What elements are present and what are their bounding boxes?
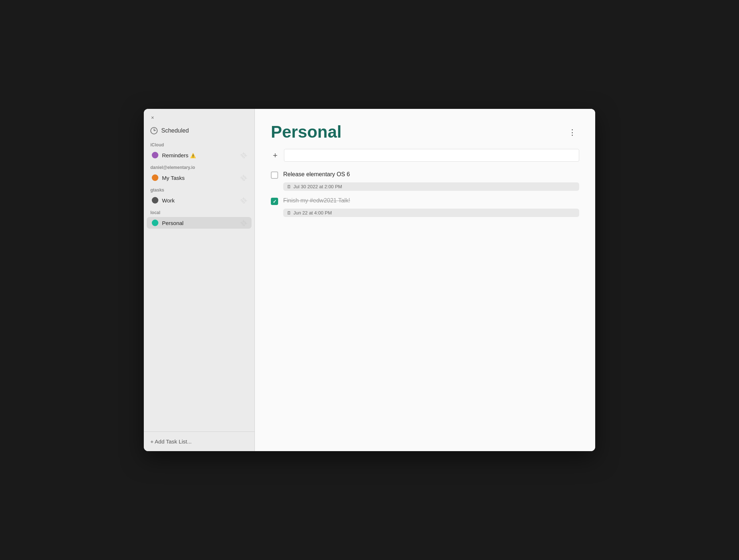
work-dot (152, 197, 158, 204)
section-label-local: local (144, 206, 254, 217)
personal-dot (152, 220, 158, 226)
tasks-area: + Release elementary OS 6🗓Jul 30 2022 at… (255, 149, 595, 451)
reminders-warning-icon: ⚠️ (190, 153, 196, 158)
work-name: Work (162, 197, 241, 204)
calendar-icon: 🗓 (287, 184, 291, 189)
task-row-task2: Finish my #edw2021 Talk! (271, 195, 579, 207)
task-checkbox-task2[interactable] (271, 198, 278, 205)
main-header: Personal ⋮ (255, 109, 595, 149)
add-task-button[interactable]: + (271, 151, 280, 160)
app-window: × Scheduled iCloudReminders⚠️⛓daniel@ele… (144, 109, 595, 451)
sidebar-content: iCloudReminders⚠️⛓daniel@elementary.ioMy… (144, 137, 254, 431)
calendar-icon: 🗓 (287, 210, 291, 216)
sidebar-item-scheduled[interactable]: Scheduled (144, 124, 254, 137)
close-button[interactable]: × (149, 114, 156, 121)
header-actions: ⋮ (565, 122, 579, 139)
reminders-dot (152, 152, 158, 158)
sidebar: × Scheduled iCloudReminders⚠️⛓daniel@ele… (144, 109, 255, 451)
task-date-badge-task1: 🗓Jul 30 2022 at 2:00 PM (283, 182, 579, 191)
task-checkbox-task1[interactable] (271, 171, 278, 179)
add-task-row: + (271, 149, 579, 162)
task-text-task2: Finish my #edw2021 Talk! (283, 197, 579, 204)
sidebar-item-reminders[interactable]: Reminders⚠️⛓ (147, 149, 252, 161)
task-date-badge-task2: 🗓Jun 22 at 4:00 PM (283, 209, 579, 217)
personal-name: Personal (162, 220, 241, 226)
reminders-name: Reminders⚠️ (162, 152, 241, 158)
sidebar-footer: + Add Task List... (144, 431, 254, 451)
more-options-button[interactable]: ⋮ (565, 126, 579, 139)
task-text-task1: Release elementary OS 6 (283, 171, 579, 178)
page-title: Personal (271, 122, 341, 142)
section-label-daniel: daniel@elementary.io (144, 161, 254, 171)
scheduled-label: Scheduled (161, 127, 189, 134)
task-date-text-task1: Jul 30 2022 at 2:00 PM (293, 184, 342, 189)
add-list-label: + Add Task List... (150, 438, 192, 445)
sidebar-item-my-tasks[interactable]: My Tasks⛓ (147, 172, 252, 184)
tasks-list: Release elementary OS 6🗓Jul 30 2022 at 2… (271, 169, 579, 217)
my-tasks-name: My Tasks (162, 175, 241, 181)
clock-icon (150, 127, 158, 134)
task-date-text-task2: Jun 22 at 4:00 PM (293, 210, 332, 216)
task-item: Release elementary OS 6🗓Jul 30 2022 at 2… (271, 169, 579, 191)
add-task-input[interactable] (284, 149, 579, 162)
task-item: Finish my #edw2021 Talk!🗓Jun 22 at 4:00 … (271, 195, 579, 217)
add-list-button[interactable]: + Add Task List... (150, 437, 192, 446)
my-tasks-dot (152, 174, 158, 181)
sidebar-top: × (144, 109, 254, 124)
sidebar-item-work[interactable]: Work⛓ (147, 194, 252, 206)
task-row-task1: Release elementary OS 6 (271, 169, 579, 181)
sidebar-item-personal[interactable]: Personal⛓ (147, 217, 252, 229)
main-panel: Personal ⋮ + Release elementary OS 6🗓Jul… (255, 109, 595, 451)
section-label-gtasks: gtasks (144, 184, 254, 194)
section-label-icloud: iCloud (144, 139, 254, 149)
